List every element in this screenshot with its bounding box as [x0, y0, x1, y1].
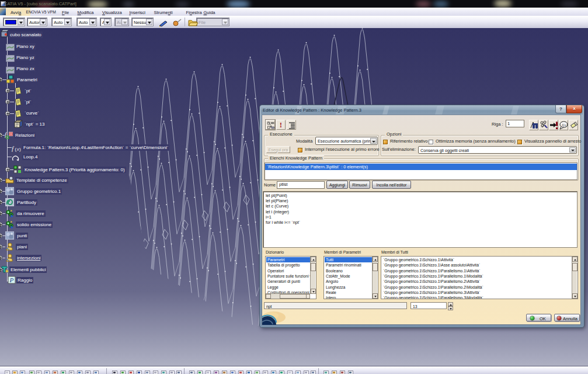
svg-text:): ): [19, 147, 21, 152]
svg-text:P: P: [9, 276, 14, 283]
svg-text:f: f: [12, 145, 15, 152]
svg-text:f(x): f(x): [562, 123, 568, 127]
